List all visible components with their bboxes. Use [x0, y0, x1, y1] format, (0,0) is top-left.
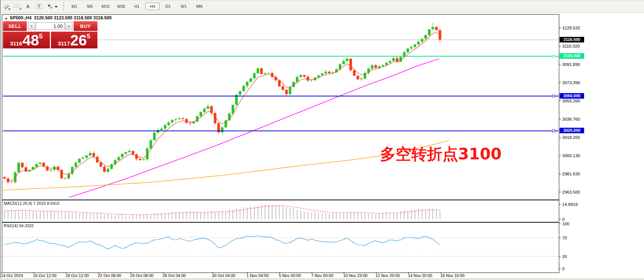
date-tick-label: 14 Oct 2019: [1, 273, 23, 278]
trading-app-window: E F A T M1M5M15M30H1H4: [0, 0, 644, 280]
rsi-axis-label: 0: [562, 266, 564, 272]
rsi-axis-label: 30: [562, 254, 567, 260]
price-tick-label: 3091.890: [562, 62, 580, 67]
date-tick-label: 1 Nov 04:00: [247, 273, 268, 278]
date-tick-label: 7 Nov 00:00: [311, 273, 333, 278]
buy-price-button[interactable]: 3117 26 5: [51, 32, 98, 48]
macd-label: MACD(12,26,9) 7.2015 8.5415: [4, 201, 59, 206]
price-tick-label: 3036.760: [562, 117, 580, 122]
ma-mid-line: [69, 59, 439, 198]
date-tick-label: 16 Oct 12:00: [33, 273, 57, 278]
date-tick-label: 18 Nov 16:00: [440, 273, 464, 278]
price-tick-label: 3110.020: [562, 44, 580, 49]
sell-price-sup: 5: [39, 33, 42, 48]
buy-button[interactable]: BUY: [74, 21, 97, 31]
price-tick-label: 3018.260: [562, 135, 580, 140]
buy-price-big: 26: [70, 32, 87, 48]
date-tick-label: 28 Oct 04:00: [162, 273, 186, 278]
price-tick-label: 3128.520: [562, 25, 580, 31]
line-handle: [553, 130, 555, 132]
price-tick-label: 2963.500: [562, 190, 580, 195]
buy-price-sup: 5: [87, 33, 90, 48]
price-tick-label: 3073.390: [562, 80, 580, 86]
one-click-trade-panel: SELL ▼ ▲ BUY 3116 48 5 3117 26 5: [3, 21, 97, 48]
rsi-axis-label: 70: [562, 235, 567, 241]
date-tick-label: 14 Nov 20:00: [408, 273, 432, 278]
volume-decrease-button[interactable]: ▼: [28, 22, 35, 30]
ma-fast-line: [8, 32, 440, 181]
date-tick-label: 18 Oct 12:00: [65, 273, 89, 278]
date-tick-label: 12 Nov 20:00: [376, 273, 400, 278]
sell-button[interactable]: SELL: [3, 21, 27, 31]
date-tick-label: 5 Nov 00:00: [279, 273, 301, 278]
date-tick-label: 22 Oct 08:00: [98, 273, 121, 278]
buy-price-small: 3117: [58, 40, 70, 47]
chart-title: ▲SP500-,H4 3120.500 3123.500 3116.500 31…: [4, 15, 112, 20]
volume-input[interactable]: [36, 22, 65, 30]
collapse-arrow-icon[interactable]: ▲: [4, 16, 8, 20]
price-level-badge[interactable]: 3100.000: [560, 53, 584, 59]
macd-axis-label: 14.8919: [562, 202, 578, 207]
rsi-axis-label: 100: [562, 221, 569, 227]
price-tick-label: 2981.630: [562, 171, 580, 177]
macd-histogram: [4, 204, 440, 219]
price-tick-label: 3055.260: [562, 98, 580, 104]
date-tick-label: 10 Nov 23:00: [343, 273, 367, 278]
ohlc-readout: 3120.500 3123.500 3116.500 3116.500: [34, 15, 112, 20]
symbol-label: SP500-,H4: [10, 15, 32, 20]
rsi-label: RSI(14) 54.3322: [4, 223, 34, 228]
volume-stepper: ▼ ▲: [27, 21, 74, 31]
line-handle: [553, 55, 555, 57]
price-level-badge[interactable]: 3025.000: [560, 128, 584, 133]
date-tick-label: 30 Oct 04:00: [212, 273, 235, 278]
current-price-badge: 3116.500: [560, 37, 584, 42]
sell-price-big: 48: [23, 32, 39, 48]
price-tick-label: 3000.130: [562, 153, 580, 159]
sell-price-small: 3116: [10, 40, 22, 47]
volume-increase-button[interactable]: ▲: [65, 22, 73, 30]
chart-annotation: 多空转折点3100: [380, 144, 502, 165]
line-handle: [553, 95, 555, 97]
sell-price-button[interactable]: 3116 48 5: [3, 32, 50, 48]
date-tick-label: 24 Oct 08:00: [130, 273, 154, 278]
